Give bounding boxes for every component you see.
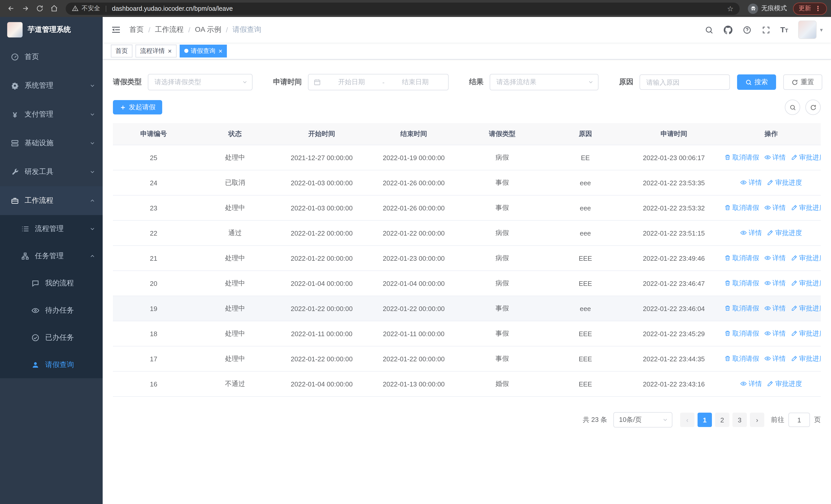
sidebar-item-workflow[interactable]: 工作流程 — [0, 186, 103, 215]
sidebar-item-my-process[interactable]: 我的流程 — [0, 269, 103, 297]
detail-link[interactable]: 详情 — [764, 329, 786, 338]
goto-page-input[interactable] — [789, 413, 810, 427]
detail-link[interactable]: 详情 — [764, 153, 786, 162]
breadcrumb-item[interactable]: 首页 — [130, 25, 144, 34]
leave-table-body: 25处理中2021-12-27 00:00:002022-01-19 00:00… — [113, 145, 821, 396]
github-icon[interactable] — [723, 25, 733, 35]
user-menu[interactable]: ▾ — [798, 21, 823, 39]
cell-reason: EEE — [545, 371, 626, 396]
cancel-leave-link[interactable]: 取消请假 — [724, 329, 759, 338]
sidebar-item-home[interactable]: 首页 — [0, 42, 103, 71]
browser-menu-icon[interactable]: ⋮ — [814, 5, 821, 12]
search-icon[interactable] — [704, 25, 714, 35]
bookmark-star-icon[interactable]: ☆ — [727, 4, 734, 12]
progress-link[interactable]: 审批进度 — [791, 279, 821, 288]
cancel-leave-link[interactable]: 取消请假 — [724, 153, 759, 162]
detail-link[interactable]: 详情 — [764, 254, 786, 263]
detail-link[interactable]: 详情 — [764, 203, 786, 212]
cancel-leave-link[interactable]: 取消请假 — [724, 354, 759, 363]
browser-forward-button[interactable] — [19, 2, 32, 15]
yen-icon: ¥ — [10, 110, 20, 119]
update-label: 更新 — [799, 4, 811, 13]
filter-result: 结果 请选择流结果 — [469, 74, 599, 90]
breadcrumb-item[interactable]: 工作流程 — [155, 25, 184, 34]
cell-status: 处理中 — [194, 145, 276, 170]
detail-link[interactable]: 详情 — [740, 228, 762, 238]
progress-link[interactable]: 审批进度 — [767, 379, 802, 388]
progress-link[interactable]: 审批进度 — [791, 203, 821, 212]
page-size-select[interactable]: 10条/页 — [613, 412, 672, 427]
sidebar-item-done-tasks[interactable]: 已办任务 — [0, 324, 103, 351]
detail-link[interactable]: 详情 — [764, 354, 786, 363]
table-row: 18处理中2022-01-11 00:00:002022-01-11 00:00… — [113, 321, 821, 346]
cell-status: 处理中 — [194, 195, 276, 220]
app-logo[interactable]: 芋道管理系统 — [0, 17, 103, 42]
fullscreen-icon[interactable] — [761, 25, 771, 35]
sidebar-item-infrastructure[interactable]: 基础设施 — [0, 129, 103, 157]
tab-home[interactable]: 首页 — [111, 45, 133, 57]
breadcrumb-separator: / — [148, 26, 150, 34]
cancel-leave-link[interactable]: 取消请假 — [724, 279, 759, 288]
cancel-leave-link[interactable]: 取消请假 — [724, 254, 759, 263]
collapse-menu-icon[interactable] — [111, 25, 121, 35]
cell-end-time: 2022-01-26 00:00:00 — [368, 170, 460, 195]
breadcrumb-separator: / — [226, 26, 228, 34]
date-range-picker[interactable]: 开始日期 - 结束日期 — [308, 74, 449, 90]
cell-apply-time: 2022-01-22 23:46:04 — [626, 296, 721, 321]
detail-link[interactable]: 详情 — [764, 279, 786, 288]
progress-link[interactable]: 审批进度 — [767, 228, 802, 238]
cancel-leave-link[interactable]: 取消请假 — [724, 304, 759, 313]
sidebar-item-leave-query[interactable]: 请假查询 — [0, 351, 103, 378]
tab-leave-query[interactable]: 请假查询 × — [179, 45, 227, 57]
progress-link[interactable]: 审批进度 — [791, 354, 821, 363]
sidebar-item-dev-tools[interactable]: 研发工具 — [0, 157, 103, 186]
progress-link[interactable]: 审批进度 — [791, 304, 821, 313]
detail-link[interactable]: 详情 — [740, 178, 762, 187]
filter-label: 请假类型 — [113, 78, 142, 87]
help-icon[interactable] — [742, 25, 752, 35]
toggle-search-button[interactable] — [785, 99, 800, 115]
next-page-button[interactable]: › — [750, 413, 764, 427]
leave-type-select[interactable]: 请选择请假类型 — [148, 74, 253, 90]
close-icon[interactable]: × — [168, 48, 172, 54]
cancel-leave-link[interactable]: 取消请假 — [724, 203, 759, 212]
close-icon[interactable]: × — [219, 48, 222, 54]
cell-apply-time: 2022-01-22 23:53:35 — [626, 170, 721, 195]
breadcrumb-item[interactable]: OA 示例 — [195, 25, 222, 34]
sidebar-item-process-management[interactable]: 流程管理 — [0, 215, 103, 242]
cell-end-time: 2022-01-23 00:00:00 — [368, 245, 460, 271]
sidebar-item-task-management[interactable]: 任务管理 — [0, 242, 103, 269]
cell-apply-time: 2022-01-23 00:06:17 — [626, 145, 721, 170]
page-button-2[interactable]: 2 — [715, 413, 729, 427]
briefcase-icon — [10, 196, 20, 205]
result-select[interactable]: 请选择流结果 — [490, 74, 599, 90]
progress-link[interactable]: 审批进度 — [791, 254, 821, 263]
create-leave-button[interactable]: 发起请假 — [113, 100, 162, 114]
start-date-placeholder: 开始日期 — [324, 78, 379, 87]
page-button-3[interactable]: 3 — [733, 413, 747, 427]
refresh-table-button[interactable] — [805, 99, 821, 115]
sidebar-item-payment[interactable]: ¥ 支付管理 — [0, 100, 103, 129]
reason-input[interactable] — [639, 75, 730, 90]
address-bar[interactable]: 不安全 dashboard.yudao.iocoder.cn/bpm/oa/le… — [66, 2, 740, 14]
user-avatar[interactable] — [798, 21, 817, 39]
progress-link[interactable]: 审批进度 — [767, 178, 802, 187]
sidebar-item-todo-tasks[interactable]: 待办任务 — [0, 297, 103, 324]
progress-link[interactable]: 审批进度 — [791, 329, 821, 338]
browser-home-button[interactable] — [47, 2, 61, 15]
font-size-icon[interactable]: TT — [780, 25, 788, 35]
progress-link[interactable]: 审批进度 — [791, 153, 821, 162]
tab-process-detail[interactable]: 流程详情 × — [136, 45, 176, 57]
prev-page-button[interactable]: ‹ — [680, 413, 694, 427]
browser-back-button[interactable] — [4, 2, 18, 15]
detail-link[interactable]: 详情 — [740, 379, 762, 388]
search-button[interactable]: 搜索 — [737, 75, 776, 90]
sidebar-item-label: 待办任务 — [45, 306, 95, 315]
page-button-1[interactable]: 1 — [697, 413, 712, 427]
browser-reload-button[interactable] — [33, 2, 46, 15]
detail-link[interactable]: 详情 — [764, 304, 786, 313]
sidebar-item-system[interactable]: 系统管理 — [0, 71, 103, 100]
browser-update-button[interactable]: 更新 ⋮ — [793, 2, 827, 14]
reset-button[interactable]: 重置 — [783, 75, 822, 90]
col-apply-time: 申请时间 — [626, 123, 721, 145]
